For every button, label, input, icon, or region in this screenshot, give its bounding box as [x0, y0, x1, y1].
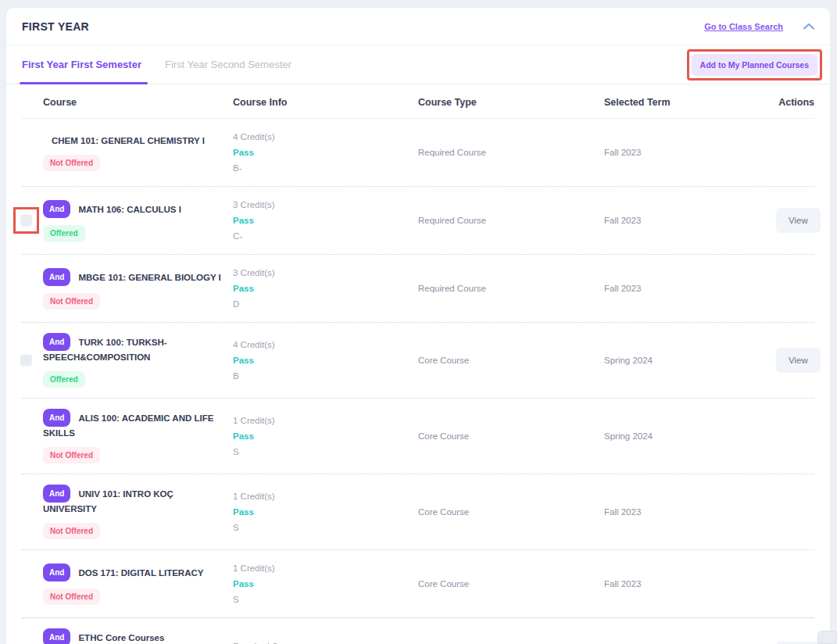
column-selected-term: Selected Term: [604, 84, 776, 118]
group-requirement: Required Course: [233, 639, 418, 644]
course-type: Core Course: [418, 421, 604, 451]
row-gutter: [22, 399, 43, 474]
course-type: Required Course: [418, 274, 604, 303]
column-course: Course: [43, 84, 233, 118]
selected-term: Spring 2024: [604, 421, 776, 451]
and-badge: And: [43, 200, 70, 218]
course-title-text: ETHC Core Courses: [78, 633, 164, 642]
course-title: AndMATH 106: CALCULUS I: [43, 200, 221, 218]
and-badge: And: [43, 628, 70, 644]
and-badge: And: [43, 409, 70, 427]
panel-header: FIRST YEAR Go to Class Search: [6, 8, 830, 45]
course-pass: Pass: [233, 213, 418, 228]
course-credits: 1 Credit(s): [233, 560, 418, 576]
view-button[interactable]: View: [776, 348, 821, 373]
first-year-panel: FIRST YEAR Go to Class Search First Year…: [6, 8, 830, 644]
header-gutter: [22, 90, 43, 113]
course-credits: 1 Credit(s): [233, 488, 418, 504]
course-grade: C-: [233, 228, 418, 244]
table-row-univ-101: AndUNIV 101: INTRO KOÇ UNIVERSITY Not Of…: [22, 474, 814, 550]
table-row-alis-100: AndALIS 100: ACADEMIC AND LIFE SKILLS No…: [22, 399, 814, 474]
tabs-row: First Year First Semester First Year Sec…: [6, 45, 830, 84]
course-credits: 3 Credit(s): [233, 197, 418, 213]
selected-term: Fall 2023: [604, 569, 776, 599]
row-gutter: [22, 474, 43, 549]
status-badge: Not Offered: [43, 293, 100, 309]
status-badge: Not Offered: [43, 589, 100, 605]
table-row-chem-101: CHEM 101: GENERAL CHEMISTRY I Not Offere…: [22, 119, 814, 187]
course-table: Course Course Info Course Type Selected …: [6, 84, 830, 644]
course-grade: S: [233, 520, 418, 535]
course-type: Required Course: [418, 206, 604, 235]
and-badge: And: [43, 268, 70, 286]
course-credits: 3 Credit(s): [233, 265, 418, 281]
column-course-type: Course Type: [418, 84, 604, 118]
status-badge: Offered: [43, 371, 85, 388]
row-checkbox[interactable]: [20, 355, 32, 367]
and-badge: And: [43, 564, 70, 581]
table-row-ethc-core-courses: AndETHC Core Courses 3 credits need to b…: [22, 618, 814, 644]
selected-term: Fall 2023: [604, 274, 776, 303]
course-type: Core Course: [418, 569, 604, 599]
course-type: Core Course: [418, 345, 604, 375]
selected-term: Fall 2023: [604, 497, 776, 527]
table-header-row: Course Course Info Course Type Selected …: [22, 84, 814, 119]
row-gutter: [22, 119, 43, 186]
go-to-class-search-link[interactable]: Go to Class Search: [704, 22, 783, 31]
course-type: Required Course: [418, 639, 604, 644]
row-gutter: [22, 323, 43, 398]
selected-term: Fall 2023: [604, 138, 776, 167]
status-badge: Not Offered: [43, 447, 100, 463]
chevron-up-icon[interactable]: [803, 23, 814, 30]
status-badge: Offered: [43, 225, 85, 242]
course-title: AndDOS 171: DIGITAL LITERACY: [43, 564, 221, 581]
annotation-add-button-highlight: Add to My Planned Courses: [687, 49, 822, 80]
course-type: Core Course: [418, 497, 604, 527]
course-title-text: MBGE 101: GENERAL BIOLOGY I: [78, 273, 220, 282]
row-gutter: [22, 618, 43, 644]
table-row-turk-100: AndTURK 100: TURKSH-SPEECH&COMPOSITION O…: [22, 323, 814, 399]
course-pass: Pass: [233, 504, 418, 520]
page-title: FIRST YEAR: [22, 20, 89, 33]
view-button[interactable]: View: [776, 208, 821, 233]
course-grade: S: [233, 444, 418, 460]
scroll-corner-fragment: [817, 631, 837, 644]
course-title: AndUNIV 101: INTRO KOÇ UNIVERSITY: [43, 485, 221, 516]
course-grade: B-: [233, 160, 418, 176]
view-button[interactable]: View: [776, 642, 821, 644]
selected-term: Spring 2024: [604, 345, 776, 375]
column-course-info: Course Info: [233, 84, 418, 118]
table-row-dos-171: AndDOS 171: DIGITAL LITERACY Not Offered…: [22, 550, 814, 618]
course-title-text: DOS 171: DIGITAL LITERACY: [78, 568, 203, 578]
course-grade: S: [233, 592, 418, 607]
row-gutter: [22, 255, 43, 322]
course-pass: Pass: [233, 145, 418, 160]
course-pass: Pass: [233, 428, 418, 444]
course-title: AndTURK 100: TURKSH-SPEECH&COMPOSITION: [43, 333, 199, 364]
and-badge: And: [43, 333, 70, 351]
course-title: AndMBGE 101: GENERAL BIOLOGY I: [43, 268, 221, 286]
course-title: CHEM 101: GENERAL CHEMISTRY I: [43, 134, 221, 148]
course-credits: 4 Credit(s): [233, 129, 418, 145]
tab-first-year-first-semester[interactable]: First Year First Semester: [22, 45, 141, 84]
course-title: AndALIS 100: ACADEMIC AND LIFE SKILLS: [43, 409, 221, 440]
course-title-text: MATH 106: CALCULUS I: [78, 205, 181, 214]
table-row-math-106: AndMATH 106: CALCULUS I Offered 3 Credit…: [22, 187, 814, 255]
row-gutter: [22, 550, 43, 617]
status-badge: Not Offered: [43, 523, 100, 539]
row-gutter: [22, 187, 43, 254]
course-grade: D: [233, 296, 418, 312]
course-credits: 1 Credit(s): [233, 413, 418, 428]
add-to-planned-courses-button[interactable]: Add to My Planned Courses: [692, 54, 817, 76]
course-title: AndETHC Core Courses: [43, 628, 221, 644]
course-credits: 4 Credit(s): [233, 337, 418, 352]
course-pass: Pass: [233, 352, 418, 368]
tab-first-year-second-semester[interactable]: First Year Second Semester: [165, 45, 292, 84]
annotation-checkbox-highlight: [13, 207, 39, 234]
table-row-mbge-101: AndMBGE 101: GENERAL BIOLOGY I Not Offer…: [22, 255, 814, 323]
course-pass: Pass: [233, 576, 418, 592]
course-pass: Pass: [233, 281, 418, 296]
course-type: Required Course: [418, 138, 604, 167]
course-grade: B: [233, 368, 418, 384]
column-actions: Actions: [776, 84, 814, 118]
